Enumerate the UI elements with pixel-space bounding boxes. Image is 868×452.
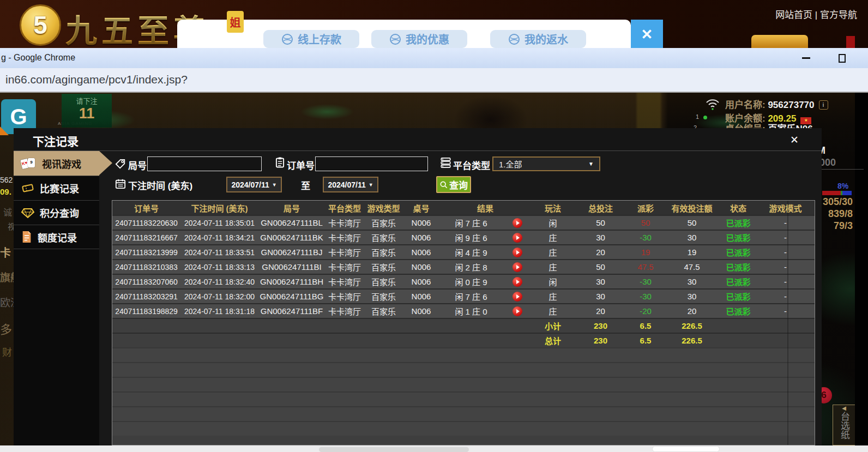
- table-cell: N006: [403, 245, 439, 259]
- table-cell: [531, 393, 575, 406]
- maximize-button[interactable]: [829, 48, 854, 68]
- table-cell: 卡卡湾厅: [325, 260, 364, 274]
- replay-button[interactable]: [513, 306, 522, 316]
- stat-ratio: 79/3: [834, 220, 853, 232]
- play-icon: [516, 280, 520, 284]
- table-cell: N006: [403, 275, 439, 288]
- table-row: 2407111831988292024-07-11 18:31:18GN0062…: [112, 303, 815, 318]
- table-total-row: 总计2306.5226.5: [112, 333, 815, 347]
- table-cell: -: [757, 260, 813, 274]
- result-text: 闲 9 庄 6: [455, 232, 487, 243]
- table-cell: [757, 378, 813, 391]
- replay-button[interactable]: [513, 292, 522, 302]
- ticket-icon: [21, 183, 35, 194]
- play-icon: [516, 265, 520, 269]
- table-cell: [180, 393, 258, 406]
- table-cell: [439, 348, 531, 362]
- table-cell: [258, 407, 325, 421]
- table-cell: 已派彩: [719, 304, 757, 318]
- result-text: 闲 7 庄 6: [455, 291, 487, 302]
- table-cell: -: [757, 304, 813, 318]
- chrome-title-bar: g - Google Chrome: [0, 48, 868, 68]
- site-nav-links[interactable]: 网站首页 | 官方导航: [775, 7, 857, 21]
- stat-ratio: 839/8: [828, 208, 853, 220]
- replay-button[interactable]: [513, 218, 522, 228]
- table-cell: 240711183198829: [112, 304, 180, 318]
- sidebar-item-points-query[interactable]: 积分查询: [14, 200, 99, 225]
- username-label: 用户名称:: [725, 100, 765, 110]
- popup-tab-promo[interactable]: 我的优惠: [371, 30, 467, 48]
- replay-button[interactable]: [513, 233, 522, 243]
- table-cell: 30: [665, 231, 719, 244]
- table-cell: 2024-07-11 18:33:13: [180, 260, 258, 274]
- table-cell: [403, 393, 439, 406]
- round-number-input[interactable]: [147, 156, 262, 171]
- left-fragment: 卡: [0, 244, 11, 260]
- table-cell: 有效投注额: [665, 201, 719, 215]
- sidebar-item-match-records[interactable]: 比赛记录: [14, 176, 99, 200]
- minimize-button[interactable]: [793, 48, 818, 68]
- search-button[interactable]: 查询: [436, 176, 471, 193]
- order-number-input[interactable]: [315, 156, 428, 171]
- table-filler-row: [112, 347, 815, 362]
- popup-tab-deposit[interactable]: 线上存款: [263, 30, 359, 48]
- screen: 5 九五至尊 线上存款 我的优惠 我的返水 ✕ 姐 网站首页 | 官方导航 G …: [0, 0, 868, 452]
- table-cell: 2024-07-11 18:32:40: [180, 275, 258, 288]
- tag-icon: [115, 159, 126, 170]
- table-filler-row: [112, 377, 815, 391]
- table-cell: 6.5: [626, 319, 665, 333]
- table-cell: [325, 363, 364, 377]
- table-cell: [531, 422, 575, 436]
- table-cell: 闲 4 庄 9: [439, 245, 531, 259]
- table-header-row: 订单号下注时间 (美东)局号平台类型游戏类型桌号结果玩法总投注派彩有效投注额状态…: [112, 201, 815, 215]
- table-cell: [403, 422, 439, 436]
- table-cell: 30: [575, 275, 626, 288]
- globe-icon: [508, 33, 520, 45]
- date-to-picker[interactable]: 2024/07/11 ▼: [323, 177, 378, 192]
- chrome-address-bar[interactable]: in66.com/agingame/pcv1/index.jsp?: [0, 68, 868, 93]
- table-cell: [665, 407, 719, 421]
- table-cell: GN006247111BG: [258, 290, 325, 303]
- info-icon[interactable]: i: [819, 100, 828, 110]
- scrollbar-fragment[interactable]: [319, 447, 469, 452]
- table-cell: -: [757, 275, 813, 288]
- sidebar-item-quota-records[interactable]: 额度记录: [14, 225, 99, 249]
- table-cell: [112, 422, 180, 436]
- table-cell: [626, 348, 665, 362]
- divider: [818, 169, 864, 170]
- table-cell: [112, 393, 180, 406]
- platform-type-select[interactable]: 1.全部 ▼: [492, 156, 600, 171]
- table-cell: [719, 363, 757, 377]
- table-cell: [364, 319, 403, 333]
- table-cell: 总计: [531, 334, 575, 347]
- table-cell: 2024-07-11 18:35:01: [180, 216, 258, 230]
- search-icon: [439, 180, 448, 189]
- table-cell: 游戏模式: [757, 201, 813, 215]
- replay-button[interactable]: [513, 248, 522, 257]
- table-cell: [403, 334, 439, 347]
- table-cell: GN006247111BL: [258, 216, 325, 230]
- table-cell: [364, 334, 403, 347]
- table-cell: GN006247111BK: [258, 231, 325, 244]
- dialog-close-button[interactable]: ✕: [787, 132, 802, 147]
- date-from-picker[interactable]: 2024/07/11 ▼: [226, 177, 282, 192]
- table-cell: [439, 378, 531, 391]
- table-cell: [180, 422, 258, 436]
- table-row: 2407111832139992024-07-11 18:33:51GN0062…: [112, 244, 815, 259]
- popup-close-button[interactable]: ✕: [631, 20, 663, 48]
- replay-button[interactable]: [513, 277, 522, 287]
- replay-button[interactable]: [513, 262, 522, 272]
- popup-tab-rebate[interactable]: 我的返水: [490, 30, 586, 48]
- chevron-down-icon: ▼: [272, 182, 277, 188]
- table-cell: [364, 378, 403, 391]
- table-cell: N006: [403, 260, 439, 274]
- popup-tab-label: 我的优惠: [406, 31, 449, 47]
- sidebar-item-video-games[interactable]: K♥ 9 视讯游戏: [14, 151, 99, 176]
- table-select-side-tab[interactable]: ◀ 台选纸: [833, 405, 855, 445]
- table-cell: [180, 334, 258, 347]
- table-cell: 240711183213999: [112, 245, 180, 259]
- table-cell: [575, 407, 626, 421]
- table-cell: 已派彩: [719, 245, 757, 259]
- sidebar-item-label: 比赛记录: [40, 181, 79, 195]
- login-button-fragment[interactable]: [751, 35, 808, 48]
